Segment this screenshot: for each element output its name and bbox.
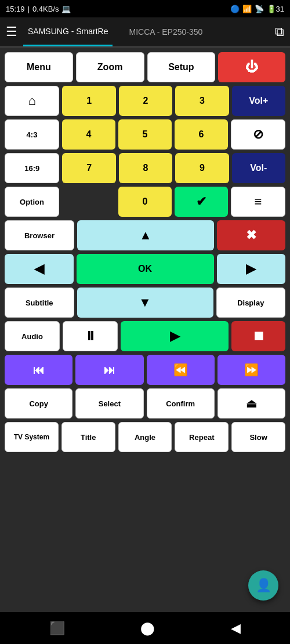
top-bar: ☰ SAMSUNG - SmartRe MICCA - EP250-350 ⧉ [0,17,290,48]
row-10: ⏮ ⏭ ⏪ ⏩ [5,355,285,385]
slow-button[interactable]: Slow [231,422,285,452]
up-arrow-icon: ▲ [139,228,152,243]
check-icon: ✔ [196,194,206,209]
power-button[interactable]: ⏻ [218,52,285,82]
row-11: Copy Select Confirm ⏏ [5,388,285,419]
nav-home-icon[interactable]: ⬤ [140,621,155,636]
angle-button[interactable]: Angle [118,422,172,452]
signal-icon: 📶 [242,5,252,13]
close-button[interactable]: ✖ [217,220,285,250]
row-7: ◀ OK ▶ [5,254,285,284]
right-arrow-icon: ▶ [246,261,256,276]
status-left: 15:19 | 0.4KB/s 💻 [6,5,71,13]
skip-prev-icon: ⏮ [33,363,45,377]
num-5-button[interactable]: 5 [118,119,172,150]
num-0-button[interactable]: 0 [118,187,172,217]
stop-button[interactable]: ⏹ [231,321,285,351]
power-icon: ⏻ [245,60,258,75]
browser-button[interactable]: Browser [5,220,74,250]
tab-micca[interactable]: MICCA - EP250-350 [124,17,207,46]
copy-screen-icon[interactable]: ⧉ [275,24,284,39]
display-button[interactable]: Display [216,288,286,318]
data-usage: 0.4KB/s [32,5,59,13]
right-button[interactable]: ▶ [217,254,286,284]
row-2: ⌂ 1 2 3 Vol+ [5,86,285,116]
stop-icon: ⏹ [252,329,265,344]
skip-next-button[interactable]: ⏭ [75,355,143,385]
data-speed: | [28,5,30,13]
left-arrow-icon: ◀ [34,261,44,276]
home-icon: ⌂ [28,93,36,108]
ratio-43-button[interactable]: 4:3 [5,119,59,150]
ratio-169-button[interactable]: 16:9 [5,153,59,183]
home-button[interactable]: ⌂ [5,86,59,116]
repeat-button[interactable]: Repeat [175,422,229,452]
close-icon: ✖ [246,228,256,243]
wifi-icon: 📡 [255,5,264,13]
num-3-button[interactable]: 3 [175,86,229,116]
num-6-button[interactable]: 6 [175,119,228,150]
status-right: 🔵 📶 📡 🔋31 [230,5,284,13]
row-6: Browser ▲ ✖ [5,220,285,250]
num-1-button[interactable]: 1 [62,86,115,116]
num-4-button[interactable]: 4 [62,119,115,150]
row-1: Menu Zoom Setup ⏻ [5,52,285,82]
subtitle-button[interactable]: Subtitle [5,288,74,318]
menu-list-button[interactable]: ≡ [231,187,285,217]
tv-system-button[interactable]: TV System [5,422,59,452]
play-icon: ▶ [170,329,180,344]
play-button[interactable]: ▶ [121,321,229,351]
mute-button[interactable]: ⊘ [231,119,285,150]
nav-back-icon[interactable]: ◀ [231,621,241,636]
row-9: Audio ⏸ ▶ ⏹ [5,321,285,351]
setup-button[interactable]: Setup [147,52,216,82]
select-button[interactable]: Select [75,388,143,419]
fast-forward-icon: ⏩ [244,363,259,377]
hamburger-icon[interactable]: ☰ [6,24,17,39]
pause-button[interactable]: ⏸ [63,321,118,351]
num-2-button[interactable]: 2 [119,86,172,116]
row-12: TV System Title Angle Repeat Slow [5,422,285,452]
laptop-icon: 💻 [61,5,71,13]
num-9-button[interactable]: 9 [175,153,229,183]
vol-plus-button[interactable]: Vol+ [232,86,285,116]
pause-icon: ⏸ [84,329,97,344]
row-5: Option 0 ✔ ≡ [5,187,285,217]
menu-button[interactable]: Menu [5,52,73,82]
check-button[interactable]: ✔ [175,187,228,217]
rewind-icon: ⏪ [173,363,188,377]
vol-minus-button[interactable]: Vol- [232,153,285,183]
time: 15:19 [6,5,25,13]
zoom-button[interactable]: Zoom [76,52,144,82]
battery-icon: 🔋31 [267,5,284,13]
fab-button[interactable]: 👤 [248,570,278,601]
ban-icon: ⊘ [253,127,263,142]
down-arrow-icon: ▼ [139,295,151,310]
title-button[interactable]: Title [61,422,115,452]
eject-button[interactable]: ⏏ [217,388,285,419]
bluetooth-icon: 🔵 [230,5,240,13]
skip-prev-button[interactable]: ⏮ [5,355,72,385]
up-button[interactable]: ▲ [77,220,214,250]
remote-control: Menu Zoom Setup ⏻ ⌂ 1 2 3 Vol+ 4:3 4 5 6… [0,48,290,612]
menu-list-icon: ≡ [255,194,262,209]
ok-button[interactable]: OK [77,254,214,284]
nav-bar: ⬛ ⬤ ◀ [0,612,290,644]
row-4: 16:9 7 8 9 Vol- [5,153,285,183]
num-7-button[interactable]: 7 [62,153,115,183]
confirm-button[interactable]: Confirm [147,388,215,419]
audio-button[interactable]: Audio [5,321,60,351]
nav-square-icon[interactable]: ⬛ [49,621,65,636]
rewind-button[interactable]: ⏪ [147,355,215,385]
num-8-button[interactable]: 8 [119,153,172,183]
copy-button[interactable]: Copy [5,388,72,419]
left-button[interactable]: ◀ [5,254,74,284]
person-icon: 👤 [256,578,271,593]
fast-forward-button[interactable]: ⏩ [217,355,285,385]
eject-icon: ⏏ [246,396,257,410]
row-3: 4:3 4 5 6 ⊘ [5,119,285,150]
down-button[interactable]: ▼ [77,288,213,318]
skip-next-icon: ⏭ [104,363,115,377]
tab-samsung[interactable]: SAMSUNG - SmartRe [23,17,113,46]
option-button[interactable]: Option [5,187,59,217]
